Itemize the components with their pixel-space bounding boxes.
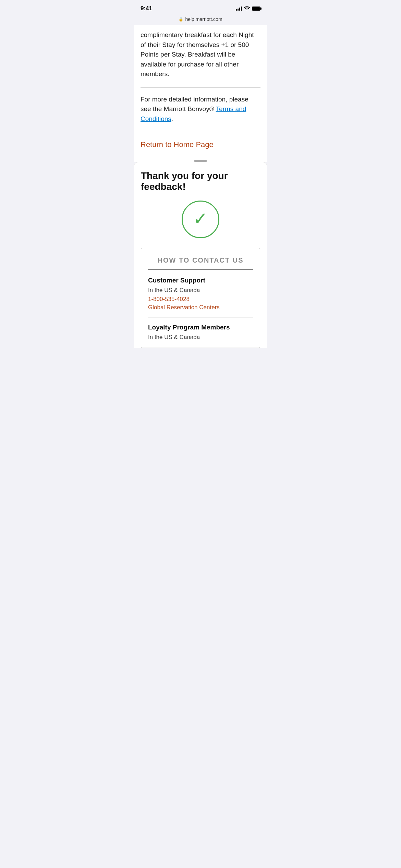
detail-period: . [171, 115, 173, 122]
status-bar: 9:41 [134, 0, 267, 15]
contact-title: HOW TO CONTACT US [148, 256, 253, 270]
drag-handle-area [134, 156, 267, 162]
customer-support-label: Customer Support [148, 277, 253, 284]
status-icons [236, 6, 260, 11]
feedback-title: Thank you for your feedback! [141, 170, 260, 192]
checkmark-icon: ✓ [193, 210, 208, 228]
main-content: complimentary breakfast for each Night o… [134, 25, 267, 131]
battery-icon [252, 7, 260, 11]
contact-box: HOW TO CONTACT US Customer Support In th… [141, 248, 260, 348]
drag-handle [194, 160, 207, 162]
url-text: help.marriott.com [185, 16, 222, 22]
checkmark-circle: ✓ [182, 201, 219, 238]
customer-support-phone[interactable]: 1-800-535-4028 [148, 296, 253, 303]
detail-text: For more detailed information, please se… [141, 95, 260, 124]
status-time: 9:41 [141, 5, 152, 12]
loyalty-program-sublabel: In the US & Canada [148, 334, 253, 341]
return-home-link[interactable]: Return to Home Page [134, 131, 267, 156]
loyalty-program-label: Loyalty Program Members [148, 324, 253, 331]
intro-text: complimentary breakfast for each Night o… [141, 30, 260, 79]
bottom-sheet: Thank you for your feedback! ✓ HOW TO CO… [134, 162, 267, 348]
global-reservation-centers-link[interactable]: Global Reservation Centers [148, 304, 253, 311]
customer-support-sublabel: In the US & Canada [148, 287, 253, 294]
wifi-icon [244, 6, 250, 11]
url-bar: 🔒 help.marriott.com [134, 15, 267, 25]
lock-icon: 🔒 [179, 17, 183, 22]
section-divider-top [141, 87, 260, 88]
contact-section-divider [148, 317, 253, 317]
signal-bars-icon [236, 7, 242, 11]
